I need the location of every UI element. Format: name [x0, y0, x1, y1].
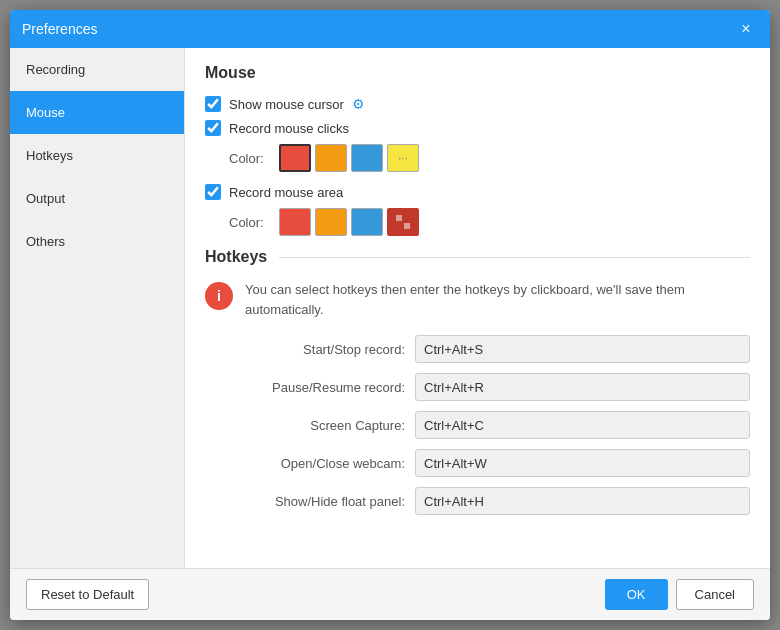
- record-clicks-checkbox[interactable]: [205, 120, 221, 136]
- hotkey-pause-input[interactable]: [415, 373, 750, 401]
- sidebar-item-mouse[interactable]: Mouse: [10, 91, 184, 134]
- hotkeys-section-title: Hotkeys: [205, 248, 267, 266]
- area-color-red2[interactable]: [387, 208, 419, 236]
- hotkey-webcam-label: Open/Close webcam:: [205, 456, 405, 471]
- info-box: i You can select hotkeys then enter the …: [205, 280, 750, 319]
- clicks-color-blue[interactable]: [351, 144, 383, 172]
- info-text: You can select hotkeys then enter the ho…: [245, 280, 750, 319]
- info-icon: i: [205, 282, 233, 310]
- hotkey-float-label: Show/Hide float panel:: [205, 494, 405, 509]
- sidebar-item-output[interactable]: Output: [10, 177, 184, 220]
- hotkey-row-pause: Pause/Resume record:: [205, 373, 750, 401]
- hotkey-pause-label: Pause/Resume record:: [205, 380, 405, 395]
- svg-rect-0: [396, 215, 402, 221]
- divider-line: [279, 257, 750, 258]
- show-cursor-checkbox[interactable]: [205, 96, 221, 112]
- reset-button[interactable]: Reset to Default: [26, 579, 149, 610]
- sidebar-item-recording[interactable]: Recording: [10, 48, 184, 91]
- record-clicks-row: Record mouse clicks: [205, 120, 750, 136]
- clicks-color-orange[interactable]: [315, 144, 347, 172]
- action-buttons: OK Cancel: [605, 579, 754, 610]
- ok-button[interactable]: OK: [605, 579, 668, 610]
- hotkey-row-float: Show/Hide float panel:: [205, 487, 750, 515]
- bottom-bar: Reset to Default OK Cancel: [10, 568, 770, 620]
- hotkey-row-webcam: Open/Close webcam:: [205, 449, 750, 477]
- hotkey-capture-input[interactable]: [415, 411, 750, 439]
- main-panel: Mouse Show mouse cursor ⚙ Record mouse c…: [185, 48, 770, 568]
- hotkey-row-start: Start/Stop record:: [205, 335, 750, 363]
- area-color-red[interactable]: [279, 208, 311, 236]
- hotkey-float-input[interactable]: [415, 487, 750, 515]
- title-bar: Preferences ×: [10, 10, 770, 48]
- close-button[interactable]: ×: [734, 17, 758, 41]
- preferences-dialog: Preferences × Recording Mouse Hotkeys Ou…: [10, 10, 770, 620]
- clicks-color-red[interactable]: [279, 144, 311, 172]
- area-color-orange[interactable]: [315, 208, 347, 236]
- dots-icon: [394, 213, 412, 231]
- hotkey-row-capture: Screen Capture:: [205, 411, 750, 439]
- record-area-row: Record mouse area: [205, 184, 750, 200]
- hotkey-webcam-input[interactable]: [415, 449, 750, 477]
- content-area: Recording Mouse Hotkeys Output Others Mo…: [10, 48, 770, 568]
- show-cursor-row: Show mouse cursor ⚙: [205, 96, 750, 112]
- record-area-checkbox[interactable]: [205, 184, 221, 200]
- sidebar-item-hotkeys[interactable]: Hotkeys: [10, 134, 184, 177]
- svg-rect-1: [404, 223, 410, 229]
- hotkey-capture-label: Screen Capture:: [205, 418, 405, 433]
- record-area-label: Record mouse area: [229, 185, 343, 200]
- hotkey-start-label: Start/Stop record:: [205, 342, 405, 357]
- sidebar-item-others[interactable]: Others: [10, 220, 184, 263]
- area-color-row: Color:: [229, 208, 750, 236]
- gear-icon[interactable]: ⚙: [352, 96, 365, 112]
- hotkey-start-input[interactable]: [415, 335, 750, 363]
- clicks-color-row: Color: ···: [229, 144, 750, 172]
- clicks-color-label: Color:: [229, 151, 269, 166]
- show-cursor-label: Show mouse cursor: [229, 97, 344, 112]
- cancel-button[interactable]: Cancel: [676, 579, 754, 610]
- record-clicks-label: Record mouse clicks: [229, 121, 349, 136]
- mouse-section-title: Mouse: [205, 64, 750, 82]
- hotkeys-divider: Hotkeys: [205, 248, 750, 266]
- sidebar: Recording Mouse Hotkeys Output Others: [10, 48, 185, 568]
- dialog-title: Preferences: [22, 21, 97, 37]
- area-color-label: Color:: [229, 215, 269, 230]
- area-color-blue[interactable]: [351, 208, 383, 236]
- clicks-color-yellow[interactable]: ···: [387, 144, 419, 172]
